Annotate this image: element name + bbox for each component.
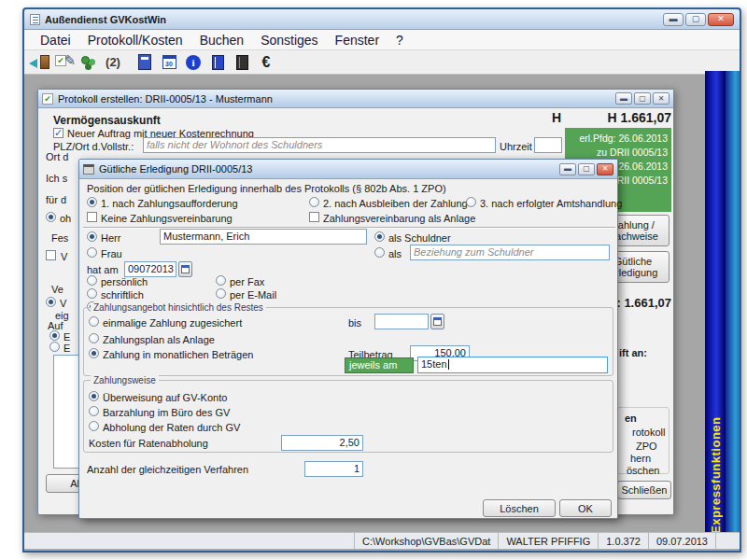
einmalig-radio[interactable]	[89, 316, 99, 327]
schriftlich-radio[interactable]	[87, 288, 97, 299]
close-button[interactable]: ✕	[708, 13, 734, 26]
abschrift-fragment: ift an:	[619, 347, 647, 358]
menu-buchen[interactable]: Buchen	[191, 31, 252, 49]
book-icon[interactable]	[205, 52, 230, 73]
dialog-titlebar[interactable]: Gütliche Erledigung DRII-0005/13 ▬ ▢ ✕	[79, 160, 617, 179]
express-label: Expressfunktionen	[709, 78, 723, 534]
als-schuldner-label: als Schuldner	[388, 232, 451, 244]
calendar-icon[interactable]: 30	[157, 52, 181, 73]
name-input[interactable]: Mustermann, Erich	[160, 229, 367, 245]
left-radio-2-fragment: V	[60, 298, 66, 309]
protokoll-close-button[interactable]: ✕	[653, 92, 669, 105]
dialog-maximize-button[interactable]: ▢	[578, 163, 595, 175]
pos2-radio[interactable]	[309, 197, 319, 207]
directory-icon[interactable]	[230, 52, 254, 73]
left-radio-4[interactable]	[49, 342, 60, 352]
uhrzeit-input[interactable]	[534, 137, 562, 153]
pos3-radio[interactable]	[466, 197, 476, 207]
window-frame-right	[726, 71, 740, 534]
left-radio-3[interactable]	[49, 330, 60, 341]
zahlungsplan-label: Zahlungsplan als Anlage	[103, 334, 215, 345]
exit-icon[interactable]	[28, 52, 52, 73]
kosten-label: Kosten für Ratenabholung	[89, 438, 208, 449]
protokoll-maximize-button[interactable]: ▢	[634, 92, 651, 105]
menubar: Datei Protokoll/Kosten Buchen Sonstiges …	[24, 30, 740, 50]
zahlungsweise-legend: Zahlungsweise	[91, 375, 159, 385]
frau-radio[interactable]	[87, 247, 97, 258]
ok-button[interactable]: OK	[559, 499, 612, 517]
ueberweisung-radio[interactable]	[89, 391, 99, 401]
per-email-radio[interactable]	[216, 288, 226, 299]
zahlungsplan-radio[interactable]	[89, 333, 99, 343]
abholung-radio[interactable]	[89, 421, 99, 431]
fes-label-fragment: Fes	[51, 232, 68, 244]
herr-radio[interactable]	[87, 231, 97, 242]
protokoll-title: Protokoll erstellen: DRII-0005/13 - Must…	[58, 93, 273, 105]
zpo-option-fragment[interactable]: ZPO	[636, 441, 657, 452]
left-radio-4-fragment: E	[63, 343, 70, 354]
zahlungsvereinbarung-anlage-checkbox[interactable]	[309, 212, 319, 222]
pledge-line: zu DRII 0005/13	[565, 146, 668, 160]
minimize-button[interactable]: ▬	[663, 13, 684, 26]
left-radio-2[interactable]	[46, 297, 56, 307]
als-radio[interactable]	[374, 247, 385, 258]
hat-am-label: hat am	[87, 264, 119, 275]
pos1-radio[interactable]	[87, 197, 97, 207]
kosten-input[interactable]: 2,50	[281, 435, 363, 451]
left-checkbox[interactable]	[46, 250, 56, 260]
persoenlich-radio[interactable]	[87, 275, 97, 286]
bis-input[interactable]	[374, 314, 429, 329]
protokoll-titlebar[interactable]: ✔ Protokoll erstellen: DRII-0005/13 - Mu…	[38, 90, 673, 108]
ort-label-fragment: Ort d	[46, 151, 68, 162]
protocol-edit-icon[interactable]: ✔✎	[52, 52, 77, 73]
left-radio[interactable]	[46, 212, 56, 222]
speichern-option-fragment[interactable]: hern	[630, 453, 651, 464]
print-group-fragment: en	[625, 413, 637, 424]
menu-help[interactable]: ?	[388, 31, 412, 49]
anzahl-input[interactable]: 1	[304, 461, 363, 477]
menu-sonstiges[interactable]: Sonstiges	[252, 31, 326, 49]
pos2-label: 2. nach Ausbleiben der Zahlung	[323, 198, 468, 209]
dialog-close-button[interactable]: ✕	[597, 163, 613, 175]
schriftlich-label: schriftlich	[101, 289, 144, 301]
beziehung-input[interactable]: Beziehung zum Schuldner	[410, 245, 610, 260]
dialog-minimize-button[interactable]: ▬	[559, 163, 576, 175]
menu-fenster[interactable]: Fenster	[327, 31, 388, 49]
position-label: Position der gütlichen Erledigung innerh…	[87, 183, 446, 194]
date-input[interactable]: 09072013	[124, 261, 176, 277]
express-panel[interactable]: Expressfunktionen	[705, 71, 726, 534]
als-schuldner-radio[interactable]	[374, 231, 385, 242]
info-icon[interactable]: i	[181, 52, 205, 73]
fuer-label-fragment: für d	[46, 194, 66, 205]
barzahlung-radio[interactable]	[89, 406, 99, 416]
schliessen-button[interactable]: Schließen	[617, 481, 671, 499]
date-calendar-button[interactable]	[178, 261, 192, 277]
keine-zahlungsvereinbarung-checkbox[interactable]	[87, 212, 97, 222]
maximize-button[interactable]: ▢	[685, 13, 706, 26]
main-titlebar[interactable]: Außendienst GVKostWin ▬ ▢ ✕	[24, 9, 740, 30]
monatlich-radio[interactable]	[89, 348, 99, 358]
protokoll-option-fragment[interactable]: rotokoll	[632, 427, 665, 438]
status-path: C:\Workshop\GVBas\GVDat	[354, 533, 498, 549]
einmalig-label: einmalige Zahlung zugesichert	[103, 317, 242, 329]
per-fax-radio[interactable]	[216, 275, 226, 286]
zahlungsvereinbarung-anlage-label: Zahlungsvereinbarung als Anlage	[323, 213, 475, 224]
calculator-icon[interactable]	[133, 52, 157, 73]
als-label: als	[388, 248, 402, 259]
money-icon[interactable]	[77, 52, 101, 73]
pledge-line: erl.Pfdg: 26.06.2013	[565, 132, 668, 146]
second-attempt-icon[interactable]: (2)	[101, 52, 125, 73]
barzahlung-label: Barzahlung im Büro des GV	[103, 407, 230, 418]
menu-protokoll-kosten[interactable]: Protokoll/Kosten	[79, 31, 191, 49]
menu-datei[interactable]: Datei	[32, 31, 79, 49]
left-checkbox-fragment: V	[61, 251, 67, 262]
plz-input[interactable]: falls nicht der Wohnort des Schuldners	[143, 137, 496, 153]
new-order-checkbox[interactable]	[53, 128, 63, 138]
euro-icon[interactable]: €	[254, 52, 278, 73]
dialog-title: Gütliche Erledigung DRII-0005/13	[99, 163, 252, 175]
protokoll-minimize-button[interactable]: ▬	[615, 92, 632, 105]
zahlungsangebot-legend: Zahlungsangebot hinsichtlich des Restes	[91, 302, 266, 313]
loeschen-button[interactable]: Löschen	[483, 499, 556, 517]
bis-calendar-button[interactable]	[430, 314, 444, 329]
jeweils-am-input[interactable]: 15ten	[417, 357, 608, 373]
